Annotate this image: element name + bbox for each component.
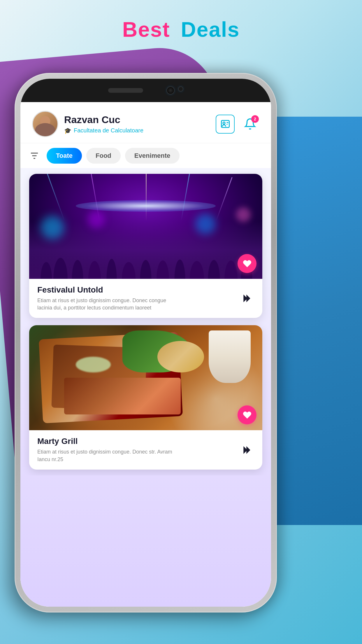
light-beam-3 [146, 174, 147, 221]
food-background [29, 325, 262, 430]
phone-screen: Razvan Cuc 🎓 Facultatea de Calculatoare [20, 102, 271, 607]
svg-point-14 [157, 260, 169, 279]
phone-top-bar [20, 79, 271, 102]
filter-button[interactable] [26, 148, 42, 164]
svg-point-10 [88, 261, 101, 279]
card-title-food: Marty Grill [37, 437, 240, 446]
card-desc-food: Etiam at risus et justo dignissim congue… [37, 448, 177, 463]
deal-card-marty-grill: Marty Grill Etiam at risus et justo dign… [29, 325, 262, 469]
title-deals: Deals [181, 18, 240, 41]
svg-point-18 [224, 260, 238, 279]
phone-device: Razvan Cuc 🎓 Facultatea de Calculatoare [15, 73, 335, 627]
crowd-silhouettes [29, 237, 262, 279]
deal-card-untold: Festivalul Untold Etiam at risus et just… [29, 174, 262, 318]
phone-speaker [108, 88, 143, 93]
potato-visual [157, 341, 204, 372]
user-school: 🎓 Facultatea de Calculatoare [64, 127, 143, 134]
tab-toate[interactable]: Toate [47, 148, 82, 164]
tabs-list: Toate Food Evenimente [47, 148, 265, 164]
app-content: Razvan Cuc 🎓 Facultatea de Calculatoare [20, 102, 271, 607]
tab-food[interactable]: Food [86, 148, 121, 164]
profile-card-icon [220, 119, 231, 129]
svg-point-9 [72, 260, 83, 279]
spotlight-3 [195, 214, 216, 234]
card-arrow-food[interactable] [240, 443, 254, 457]
card-info-concert: Festivalul Untold Etiam at risus et just… [29, 279, 262, 318]
profile-button[interactable] [216, 115, 235, 134]
phone-frame: Razvan Cuc 🎓 Facultatea de Calculatoare [15, 73, 277, 612]
header-icons: 2 [216, 115, 259, 134]
tab-evenimente[interactable]: Evenimente [125, 148, 180, 164]
svg-point-15 [174, 260, 185, 279]
svg-point-1 [223, 122, 225, 124]
camera-lens-main [166, 86, 175, 94]
heart-icon-concert [242, 259, 252, 268]
card-arrow-concert[interactable] [240, 291, 254, 306]
garnish [76, 357, 111, 372]
spotlight-1 [41, 216, 64, 239]
like-button-concert[interactable] [238, 254, 256, 273]
app-header: Razvan Cuc 🎓 Facultatea de Calculatoare [20, 102, 271, 143]
light-beam-1 [44, 174, 65, 221]
page-title: Best Deals [0, 18, 362, 41]
card-image-concert [29, 174, 262, 279]
stage-glow [76, 200, 216, 212]
cards-area: Festivalul Untold Etiam at risus et just… [20, 168, 271, 475]
spotlight-2 [87, 211, 105, 228]
user-details: Razvan Cuc 🎓 Facultatea de Calculatoare [64, 114, 143, 134]
chevron-right-double-icon-food [241, 444, 253, 456]
avatar[interactable] [32, 111, 58, 137]
camera-lens-secondary [178, 86, 183, 92]
like-button-food[interactable] [238, 405, 256, 424]
graduation-icon: 🎓 [64, 127, 71, 134]
card-image-food [29, 325, 262, 430]
user-info: Razvan Cuc 🎓 Facultatea de Calculatoare [32, 111, 143, 137]
svg-point-11 [106, 259, 117, 279]
chevron-right-double-icon [241, 293, 253, 304]
svg-point-17 [208, 260, 220, 279]
svg-point-12 [122, 262, 136, 279]
category-tabs: Toate Food Evenimente [20, 143, 271, 168]
svg-point-8 [53, 258, 68, 279]
svg-point-16 [190, 261, 204, 279]
title-best: Best [122, 18, 170, 41]
card-desc-concert: Etiam at risus et justo dignissim congue… [37, 297, 177, 312]
card-text-food: Marty Grill Etiam at risus et justo dign… [37, 437, 240, 463]
heart-icon-food [242, 410, 252, 420]
notification-button[interactable]: 2 [240, 115, 259, 134]
camera-group [166, 86, 183, 94]
light-beam-5 [216, 177, 233, 221]
light-beam-4 [181, 174, 191, 221]
card-info-food: Marty Grill Etiam at risus et justo dign… [29, 430, 262, 469]
svg-point-7 [41, 262, 52, 279]
phone-screen-container: Razvan Cuc 🎓 Facultatea de Calculatoare [20, 79, 271, 607]
svg-point-13 [140, 260, 152, 279]
spotlight-4 [236, 207, 251, 222]
meat-detail [64, 378, 181, 414]
card-text-concert: Festivalul Untold Etiam at risus et just… [37, 285, 240, 312]
filter-icon [29, 150, 40, 161]
user-name: Razvan Cuc [64, 114, 143, 125]
concert-background [29, 174, 262, 279]
crowd-svg [32, 237, 259, 279]
sauce-cup [209, 330, 251, 383]
card-title-concert: Festivalul Untold [37, 285, 240, 295]
notification-badge: 2 [251, 115, 259, 123]
